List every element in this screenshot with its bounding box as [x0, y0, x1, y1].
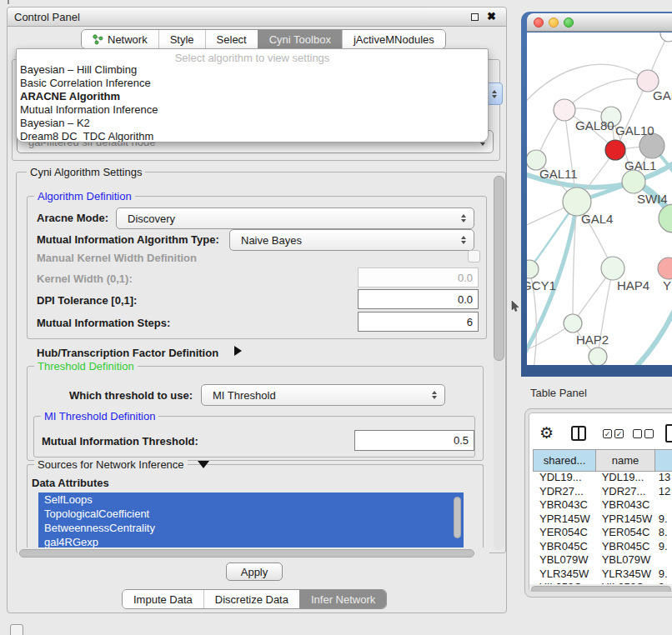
window-minimize-button[interactable] — [549, 18, 559, 28]
table-row[interactable]: YBR043C YBR043C — [533, 498, 672, 512]
clipped-corner-button[interactable] — [10, 624, 23, 635]
list-item[interactable]: gal4RGexp — [38, 535, 464, 548]
control-panel-title: Control Panel — [14, 11, 80, 23]
deselect-all-columns-icon[interactable] — [633, 429, 642, 438]
close-icon[interactable]: ✖ — [487, 10, 496, 22]
network-icon — [93, 34, 103, 45]
table-row[interactable]: YDL19... YDL19... 13 — [533, 471, 672, 485]
tab-cyni-toolbox[interactable]: Cyni Toolbox — [258, 30, 342, 48]
network-window[interactable]: GAL GAL80 GAL10 GAL1 GAL11 SWI4 GAL4 GCY… — [521, 12, 672, 377]
mi-threshold-value: 0.5 — [454, 434, 469, 447]
attributes-scrollbar-thumb[interactable] — [454, 497, 461, 538]
apply-button[interactable]: Apply — [226, 562, 283, 581]
mi-algorithm-type-label: Mutual Information Algorithm Type: — [37, 233, 219, 246]
column-header-shared-name[interactable]: shared... — [533, 449, 596, 472]
kernel-width-field[interactable]: 0.0 — [358, 268, 479, 288]
control-panel-tabbar: Network Style Select Cyni Toolbox jActiv… — [81, 29, 446, 49]
select-all-columns-icon2[interactable]: ✓ — [614, 429, 624, 438]
node-gal1-selected-red[interactable] — [605, 140, 625, 160]
network-window-titlebar[interactable] — [527, 13, 672, 32]
window-close-button[interactable] — [534, 18, 544, 28]
mi-algorithm-type-value: Naive Bayes — [241, 234, 302, 247]
tab-style[interactable]: Style — [158, 30, 205, 48]
tab-select[interactable]: Select — [205, 30, 258, 48]
algorithm-option[interactable]: Basic Correlation Inference — [17, 77, 488, 90]
node-unlabeled[interactable] — [660, 32, 672, 42]
node-label: HAP2 — [576, 332, 609, 347]
apply-button-label: Apply — [241, 566, 268, 578]
algorithm-option[interactable]: Bayesian – K2 — [17, 117, 488, 130]
tab-infer-network[interactable]: Infer Network — [299, 590, 386, 608]
tab-select-label: Select — [217, 33, 247, 46]
tab-style-label: Style — [170, 33, 194, 46]
deselect-all-columns-icon2[interactable] — [644, 429, 654, 438]
table-body: YDL19... YDL19... 13 YDR27... YDR27... 1… — [533, 471, 672, 592]
kernel-width-label: Kernel Width (0,1): — [37, 272, 133, 285]
manual-kernel-label: Manual Kernel Width Definition — [37, 252, 197, 264]
tab-infer-network-label: Infer Network — [311, 593, 375, 606]
manual-kernel-checkbox[interactable] — [468, 250, 480, 262]
float-icon[interactable] — [471, 13, 479, 21]
node-bottom[interactable] — [589, 348, 607, 365]
mi-threshold-field[interactable]: 0.5 — [354, 430, 474, 451]
select-all-columns-icon[interactable]: ✓ — [603, 429, 612, 438]
window-zoom-button[interactable] — [564, 18, 574, 28]
column-header-clipped[interactable] — [655, 449, 672, 472]
hub-expander-collapsed-icon[interactable] — [234, 346, 242, 356]
threshold-definition-title: Threshold Definition — [34, 360, 138, 372]
mi-steps-field[interactable]: 6 — [358, 312, 479, 332]
combo-arrows-icon — [461, 214, 466, 222]
dpi-tolerance-value: 0.0 — [458, 293, 473, 306]
node-hap4[interactable] — [601, 257, 624, 280]
list-item[interactable]: SelfLoops — [38, 492, 464, 507]
aracne-mode-label: Aracne Mode: — [37, 212, 108, 224]
tab-impute-data[interactable]: Impute Data — [123, 590, 203, 608]
table-row[interactable]: YDR27... YDR27... 12 — [533, 485, 672, 499]
list-item[interactable]: BetweennessCentrality — [38, 521, 464, 535]
node-hap2[interactable] — [564, 314, 582, 332]
algorithm-option[interactable]: Bayesian – Hill Climbing — [17, 63, 488, 77]
list-item[interactable]: TopologicalCoefficient — [38, 507, 464, 521]
split-columns-icon[interactable] — [571, 426, 586, 441]
mi-threshold-definition-title: MI Threshold Definition — [41, 410, 158, 422]
data-attributes-label: Data Attributes — [32, 477, 109, 489]
node-green-right[interactable] — [659, 204, 672, 232]
export-table-icon[interactable] — [665, 424, 672, 442]
node-label: SWI4 — [637, 192, 668, 206]
settings-scrollbar-thumb[interactable] — [494, 176, 504, 361]
table-row[interactable]: YBR045C YBR045C 9. — [533, 540, 672, 554]
algorithm-option-selected[interactable]: ARACNE Algorithm — [17, 90, 488, 103]
table-row[interactable]: YLR345W YLR345W 9. — [533, 568, 672, 582]
tab-network[interactable]: Network — [82, 30, 158, 48]
algorithm-option[interactable]: Mutual Information Inference — [17, 103, 488, 117]
mouse-cursor — [511, 301, 519, 312]
aracne-mode-value: Discovery — [128, 212, 175, 225]
combo-arrows-icon — [432, 391, 437, 399]
node-gal80[interactable] — [554, 99, 575, 121]
hub-expander-label: Hub/Transcription Factor Definition — [37, 347, 218, 359]
tab-jactivemnodules[interactable]: jActiveMNodules — [342, 30, 445, 48]
table-row[interactable]: YPR145W YPR145W 9. — [533, 512, 672, 527]
gear-icon[interactable]: ⚙ — [539, 425, 554, 441]
aracne-mode-select[interactable]: Discovery — [116, 208, 474, 229]
mi-algorithm-type-select[interactable]: Naive Bayes — [229, 229, 474, 251]
table-row[interactable]: YER054C YER054C 8. — [533, 526, 672, 540]
node-label: GAL80 — [575, 118, 614, 132]
data-attributes-list[interactable]: SelfLoops TopologicalCoefficient Between… — [38, 492, 464, 548]
node-salmon-right[interactable] — [658, 258, 672, 279]
tab-discretize-data[interactable]: Discretize Data — [203, 590, 299, 608]
network-canvas[interactable]: GAL GAL80 GAL10 GAL1 GAL11 SWI4 GAL4 GCY… — [527, 32, 672, 365]
which-threshold-select[interactable]: MI Threshold — [201, 384, 445, 406]
control-panel-titlebar[interactable]: Control Panel ✖ — [8, 8, 506, 27]
column-header-name[interactable]: name — [596, 449, 655, 472]
node-swi4[interactable] — [622, 170, 645, 193]
table-hscrollbar-thumb[interactable] — [531, 586, 671, 592]
node-gcy1[interactable] — [527, 260, 539, 278]
sources-expander-expanded-icon[interactable] — [198, 461, 209, 468]
algorithm-option[interactable]: Dream8 DC_TDC Algorithm — [17, 130, 488, 142]
algorithm-combo-arrow-button[interactable] — [486, 82, 503, 105]
table-panel-inner: ⚙ ✓ ✓ shared... name YDL19... YDL19... 1… — [529, 412, 672, 592]
dpi-tolerance-field[interactable]: 0.0 — [358, 289, 479, 309]
table-row[interactable]: YBL079W YBL079W — [533, 553, 672, 568]
settings-hscrollbar-thumb[interactable] — [19, 549, 474, 558]
